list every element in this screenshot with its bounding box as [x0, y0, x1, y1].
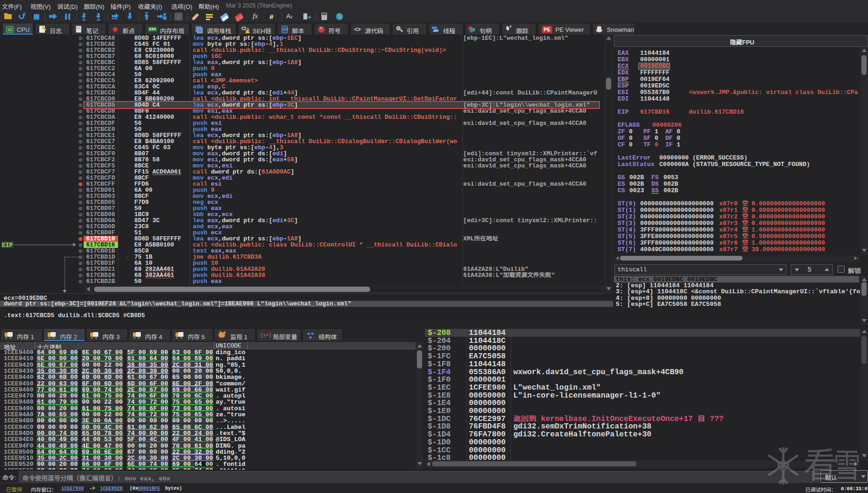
svg-text:雪: 雪	[833, 442, 861, 487]
svg-text:看: 看	[804, 443, 837, 488]
